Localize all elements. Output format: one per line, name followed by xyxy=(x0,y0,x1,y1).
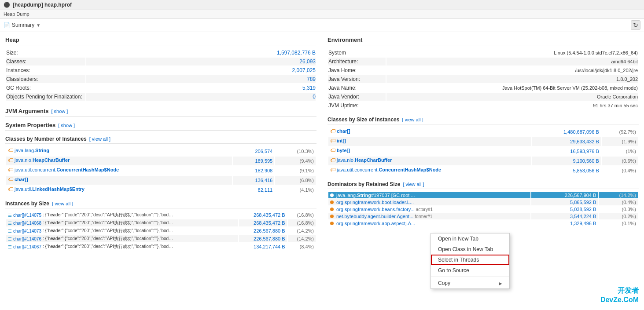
table-row: Objects Pending for Finalization: 0 xyxy=(6,93,316,101)
class-pct: (1%) xyxy=(602,147,638,156)
class-pct: (9.4%) xyxy=(275,157,316,165)
list-item[interactable]: ☰ char[]#114068 : {"header":{"code":"200… xyxy=(6,219,316,226)
context-menu-go-to-source[interactable]: Go to Source xyxy=(431,265,509,276)
context-menu-copy[interactable]: Copy ▶ xyxy=(431,278,509,288)
class-count[interactable]: 136,416 xyxy=(233,176,274,185)
list-item[interactable]: ☰ char[]#114067 : {"header":{"code":"200… xyxy=(6,243,316,250)
table-row: Architecture: amd64 64bit xyxy=(328,58,638,66)
list-item[interactable]: org.springframework.beans.factory... act… xyxy=(328,206,638,212)
class-value: 5,853,056 B xyxy=(532,166,601,175)
dom-name[interactable]: java.lang.String#197037 [GC root ... xyxy=(336,193,415,198)
list-item[interactable]: 🏷 java.nio.HeapCharBuffer 189,595 (9.4%) xyxy=(6,157,316,165)
class-pct: (92.7%) xyxy=(602,128,638,136)
classes-by-size-section: Classes by Size of Instances [ view all … xyxy=(328,117,639,176)
jvm-arguments-show-link[interactable]: [ show ] xyxy=(51,109,68,114)
dom-pct: (0.3%) xyxy=(599,206,638,212)
class-icon: 🏷 xyxy=(8,147,13,153)
instance-value: 268,435,472 B xyxy=(239,212,287,219)
list-item[interactable]: org.springframework.aop.aspectj.A... 1,3… xyxy=(328,220,638,226)
class-name[interactable]: java.lang.String xyxy=(15,148,49,153)
dominators-viewall[interactable]: [ view all ] xyxy=(403,182,424,187)
class-name[interactable]: int[] xyxy=(337,138,346,143)
class-pct: (1.9%) xyxy=(602,137,638,146)
list-item[interactable]: ☰ char[]#114076 : {"header":{"code":"200… xyxy=(6,235,316,242)
heap-classloaders-label: Classloaders: xyxy=(6,75,85,83)
dom-value: 3,544,224 B xyxy=(531,213,598,219)
instance-pct: (16.8%) xyxy=(288,219,316,226)
class-name[interactable]: char[] xyxy=(15,177,28,182)
list-item[interactable]: 🏷 java.lang.String 206,574 (10.3%) xyxy=(6,147,316,156)
list-item[interactable]: 🏷 char[] 1,480,687,096 B (92.7%) xyxy=(328,128,638,136)
instance-name: char[]#114075 xyxy=(13,213,41,218)
instance-pct: (14.2%) xyxy=(288,227,316,234)
context-menu: Open in New Tab Open Class in New Tab Se… xyxy=(431,233,510,289)
class-name[interactable]: java.util.concurrent.ConcurrentHashMap$N… xyxy=(337,167,441,172)
system-properties-show-link[interactable]: [ show ] xyxy=(58,123,75,128)
instance-pct: (16.8%) xyxy=(288,212,316,219)
class-name[interactable]: java.util.concurrent.ConcurrentHashMap$N… xyxy=(15,167,119,172)
instance-value: 226,567,880 B xyxy=(239,235,287,242)
summary-dropdown-arrow[interactable]: ▼ xyxy=(36,23,40,28)
classes-by-size-viewall[interactable]: [ view all ] xyxy=(402,117,423,122)
class-icon: 🏷 xyxy=(8,176,13,182)
refresh-button[interactable]: ↻ xyxy=(631,20,640,30)
class-count[interactable]: 206,574 xyxy=(233,147,274,156)
dom-name[interactable]: net.bytebuddy.agent.builder.Agent... xyxy=(336,214,413,219)
classes-by-instances-viewall[interactable]: [ view all ] xyxy=(89,136,110,142)
system-properties-title: System Properties xyxy=(5,122,55,128)
list-item[interactable]: ☰ char[]#114073 : {"header":{"code":"200… xyxy=(6,227,316,234)
table-row: Java Vendor: Oracle Corporation xyxy=(328,93,638,101)
class-pct: (9.1%) xyxy=(275,166,316,175)
class-name[interactable]: byte[] xyxy=(337,148,350,153)
jvm-arguments-title: JVM Arguments xyxy=(5,108,48,114)
dom-name[interactable]: org.springframework.aop.aspectj.A... xyxy=(336,221,415,226)
dom-circle-icon xyxy=(330,208,334,211)
instance-pct: (14.2%) xyxy=(288,235,316,242)
class-icon: 🏷 xyxy=(8,167,13,173)
dom-circle-icon xyxy=(330,215,334,218)
heap-info-table: Size: 1,597,082,776 B Classes: 26,093 In… xyxy=(5,48,316,102)
class-count[interactable]: 182,908 xyxy=(233,166,274,175)
context-menu-open-class-new-tab[interactable]: Open Class in New Tab xyxy=(431,244,509,255)
list-item[interactable]: 🏷 java.util.concurrent.ConcurrentHashMap… xyxy=(6,166,316,175)
list-item[interactable]: 🏷 java.util.LinkedHashMap$Entry 82,111 (… xyxy=(6,186,316,194)
list-item[interactable]: 🏷 char[] 136,416 (6.8%) xyxy=(6,176,316,185)
class-name[interactable]: char[] xyxy=(337,128,350,134)
list-item[interactable]: 🏷 byte[] 16,593,976 B (1%) xyxy=(328,147,638,156)
env-javavendor-value: Oracle Corporation xyxy=(386,93,638,101)
list-item[interactable]: java.lang.String#197037 [GC root ... 226… xyxy=(328,192,638,198)
list-item[interactable]: org.springframework.boot.loader.L... 5,8… xyxy=(328,199,638,205)
env-javahome-value: /usr/local/jdk/jdk1.8.0_202/jre xyxy=(386,66,638,74)
class-value: 9,100,560 B xyxy=(532,157,601,165)
class-pct: (6.8%) xyxy=(275,176,316,185)
list-item[interactable]: 🏷 java.util.concurrent.ConcurrentHashMap… xyxy=(328,166,638,175)
list-item[interactable]: net.bytebuddy.agent.builder.Agent... for… xyxy=(328,213,638,219)
dom-name[interactable]: org.springframework.beans.factory... xyxy=(336,207,415,212)
env-javaversion-value: 1.8.0_202 xyxy=(386,75,638,83)
instances-by-size-viewall[interactable]: [ view all ] xyxy=(52,201,73,206)
list-item[interactable]: 🏷 java.nio.HeapCharBuffer 9,100,560 B (0… xyxy=(328,157,638,165)
summary-label[interactable]: Summary xyxy=(12,22,34,28)
dom-name[interactable]: org.springframework.boot.loader.L... xyxy=(336,200,414,205)
dom-circle-icon xyxy=(330,201,334,204)
instances-by-size-section: Instances by Size [ view all ] ☰ char[]#… xyxy=(5,201,316,251)
context-menu-open-new-tab[interactable]: Open in New Tab xyxy=(431,233,509,244)
context-menu-select-in-threads[interactable]: Select in Threads xyxy=(431,255,509,265)
class-icon: 🏷 xyxy=(330,147,335,153)
class-name[interactable]: java.util.LinkedHashMap$Entry xyxy=(15,186,85,192)
dom-pct: (0.2%) xyxy=(599,213,638,219)
class-name[interactable]: java.nio.HeapCharBuffer xyxy=(337,157,392,163)
heap-dump-tab[interactable]: Heap Dump xyxy=(4,11,29,17)
env-jvmuptime-value: 91 hrs 37 min 55 sec xyxy=(386,102,638,109)
env-jvmuptime-label: JVM Uptime: xyxy=(328,102,386,109)
list-item[interactable]: ☰ char[]#114075 : {"header":{"code":"200… xyxy=(6,212,316,219)
class-pct: (10.3%) xyxy=(275,147,316,156)
instance-icon: ☰ xyxy=(8,244,12,249)
class-count[interactable]: 189,595 xyxy=(233,157,274,165)
class-count[interactable]: 82,111 xyxy=(233,186,274,194)
instance-value: 134,217,744 B xyxy=(239,243,287,250)
class-name[interactable]: java.nio.HeapCharBuffer xyxy=(15,157,70,163)
classes-by-size-title: Classes by Size of Instances xyxy=(328,117,399,123)
env-javaname-value: Java HotSpot(TM) 64-Bit Server VM (25.20… xyxy=(386,84,638,92)
list-item[interactable]: 🏷 int[] 29,633,432 B (1.9%) xyxy=(328,137,638,146)
